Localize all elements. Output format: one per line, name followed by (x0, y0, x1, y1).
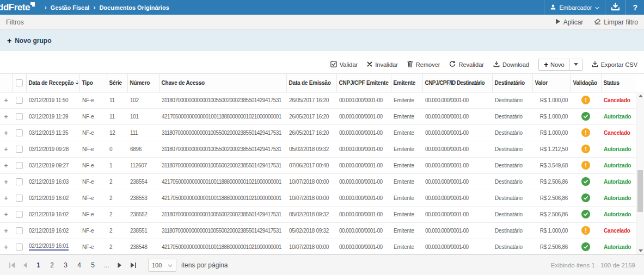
cell-emitente: Emitente (391, 141, 422, 157)
cell-data-recepcao: 02/12/2019 16:02 (26, 206, 79, 222)
page-size-select[interactable]: 100 (148, 259, 176, 272)
cell-status: Autorizado (601, 190, 636, 206)
pager-last-button[interactable] (126, 259, 139, 271)
new-button[interactable]: + Novo (539, 59, 569, 70)
row-checkbox[interactable] (16, 97, 23, 104)
eraser-icon (594, 18, 601, 26)
topbar-download-button[interactable] (605, 0, 625, 15)
row-checkbox[interactable] (16, 162, 23, 169)
cell-cnpj-emitente: 00.000.000/0001-00 (336, 124, 391, 141)
expand-row-icon[interactable]: + (4, 129, 8, 137)
expand-row-icon[interactable]: + (4, 210, 8, 218)
expand-row-icon[interactable]: + (4, 178, 8, 186)
vertical-scrollbar[interactable] (636, 92, 644, 254)
column-header-numero[interactable]: Número (127, 74, 159, 92)
row-checkbox[interactable] (16, 113, 23, 120)
cell-chave-de-acesso: 3118070000000000010055002000238550142941… (159, 124, 286, 141)
column-header-valor[interactable]: Valor (532, 74, 571, 92)
column-header-emitente[interactable]: Emitente (391, 74, 422, 92)
column-header-cnpj-emitente[interactable]: CNPJ/CPF Emitente (336, 74, 391, 92)
row-checkbox[interactable] (16, 243, 23, 251)
cell-cnpj-destinatario: 00.000.000/0001-00 (422, 173, 492, 190)
page-size-value: 100 (152, 262, 162, 268)
row-checkbox[interactable] (16, 195, 23, 202)
user-menu[interactable]: Embarcador (544, 0, 605, 15)
row-checkbox[interactable] (16, 227, 23, 234)
cell-serie: 1 (107, 157, 127, 173)
pager-first-button[interactable] (5, 259, 19, 271)
remove-button[interactable]: Remover (407, 60, 440, 68)
scroll-up-icon[interactable] (636, 92, 644, 99)
table-row[interactable]: +02/12/2019 16:01NF-e2238548421705000000… (0, 239, 636, 254)
column-header-destinatario[interactable]: Destinatário (492, 74, 532, 92)
pager-page-5[interactable]: 5 (86, 259, 100, 271)
row-checkbox[interactable] (16, 211, 23, 218)
clear-filter-button[interactable]: Limpar filtro (594, 18, 638, 26)
row-checkbox[interactable] (16, 178, 23, 185)
cell-serie: 0 (107, 141, 127, 157)
table-row[interactable]: +03/12/2019 11:39NF-e1110142170500000000… (0, 108, 636, 124)
invalidate-button[interactable]: Invalidar (367, 61, 398, 68)
pager-page-2[interactable]: 2 (45, 259, 59, 271)
table-row[interactable]: +03/12/2019 11:50NF-e1110231180700000000… (0, 92, 636, 108)
select-all-checkbox[interactable] (16, 79, 23, 86)
expand-cell: + (0, 92, 12, 108)
table-row[interactable]: +02/12/2019 16:02NF-e2238551311807000000… (0, 222, 636, 239)
cell-chave-de-acesso: 4217050000000000010011888000000102100000… (159, 108, 286, 124)
cell-emitente: Emitente (391, 108, 422, 124)
expand-row-icon[interactable]: + (4, 96, 8, 104)
cell-tipo: NF-e (79, 92, 107, 108)
export-csv-button[interactable]: Exportar CSV (592, 61, 637, 68)
cell-numero: 102 (127, 92, 159, 108)
breadcrumb-gestao-fiscal[interactable]: Gestão Fiscal (51, 4, 90, 11)
column-header-tipo[interactable]: Tipo (79, 74, 107, 92)
cell-numero: 101 (127, 108, 159, 124)
apply-filter-button[interactable]: Aplicar (555, 18, 584, 26)
expand-row-icon[interactable]: + (4, 161, 8, 170)
expand-row-icon[interactable]: + (4, 194, 8, 202)
expand-cell: + (0, 206, 12, 222)
checkbox-cell (12, 206, 26, 222)
column-header-emissao[interactable]: Data de Emissão (286, 74, 336, 92)
pager-next-button[interactable] (113, 259, 126, 271)
expand-row-icon[interactable]: + (4, 243, 8, 251)
pager-page-1[interactable]: 1 (32, 259, 45, 271)
expand-row-icon[interactable]: + (4, 112, 8, 121)
column-header-recepcao[interactable]: Data de Recepção (26, 74, 79, 92)
app-logo[interactable]: ddFrete (0, 1, 35, 14)
new-group-button[interactable]: + Novo grupo (7, 37, 52, 45)
new-dropdown-caret[interactable] (569, 59, 582, 70)
column-header-serie[interactable]: Série (107, 74, 127, 92)
cell-numero: 238553 (127, 190, 159, 206)
scroll-down-icon[interactable] (636, 247, 644, 254)
pager-prev-button[interactable] (19, 259, 32, 271)
expand-cell: + (0, 124, 12, 141)
column-header-status[interactable]: Status (601, 74, 636, 92)
column-header-cnpj-destinatario[interactable]: CNPJ/CPF/ID Destinatário (422, 74, 492, 92)
validate-button[interactable]: Validar (330, 61, 358, 68)
table-row[interactable]: +02/12/2019 16:03NF-e2238554421705000000… (0, 173, 636, 190)
table-row[interactable]: +03/12/2019 09:27NF-e1112607311807000000… (0, 157, 636, 173)
row-checkbox[interactable] (16, 129, 23, 136)
table-row[interactable]: +03/12/2019 11:35NF-e1211131180700000000… (0, 124, 636, 141)
expand-row-icon[interactable]: + (4, 145, 8, 153)
revalidate-button[interactable]: Revalidar (449, 61, 483, 68)
table-row[interactable]: +02/12/2019 16:02NF-e2238553421705000000… (0, 190, 636, 206)
download-button[interactable]: Download (493, 61, 529, 68)
pager-page-4[interactable]: 4 (72, 259, 86, 271)
column-header-chave[interactable]: Chave de Acesso (159, 74, 286, 92)
table-row[interactable]: +02/12/2019 16:02NF-e2238552311807000000… (0, 206, 636, 222)
scrollbar-thumb[interactable] (637, 170, 643, 212)
row-checkbox[interactable] (16, 146, 23, 153)
cell-tipo: NF-e (79, 108, 107, 124)
cell-tipo: NF-e (79, 157, 107, 173)
table-body: +03/12/2019 11:50NF-e1110231180700000000… (0, 92, 636, 254)
table-row[interactable]: +03/12/2019 09:28NF-e0689631180700000000… (0, 141, 636, 157)
column-header-validacao[interactable]: Validação (571, 74, 601, 92)
breadcrumb-documentos-originarios[interactable]: Documentos Originários (99, 4, 169, 11)
help-button[interactable]: ? (625, 0, 644, 15)
cell-serie: 11 (107, 108, 127, 124)
expand-row-icon[interactable]: + (4, 227, 8, 235)
pager-page-3[interactable]: 3 (59, 259, 72, 271)
revalidate-label: Revalidar (458, 61, 483, 68)
